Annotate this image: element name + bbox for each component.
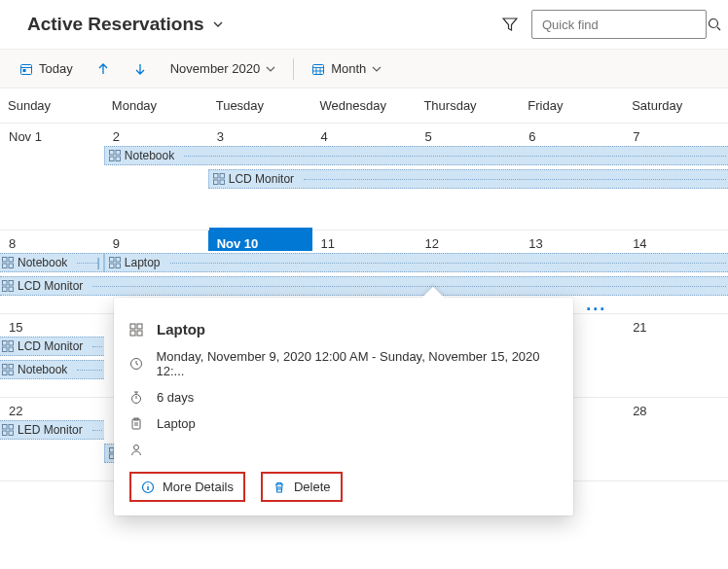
date-cell[interactable]: Nov 10 (208, 231, 312, 251)
chevron-down-icon (266, 64, 275, 74)
prev-button[interactable] (91, 58, 116, 80)
svg-rect-11 (220, 180, 225, 185)
more-details-label: More Details (163, 480, 234, 494)
delete-label: Delete (294, 480, 331, 494)
grid-icon (2, 364, 14, 375)
chevron-down-icon (372, 64, 382, 74)
date-cell[interactable]: 12 (416, 231, 520, 251)
chevron-down-icon (212, 18, 224, 30)
more-details-button[interactable]: More Details (129, 472, 245, 502)
svg-rect-6 (109, 157, 114, 161)
search-box[interactable] (531, 10, 707, 39)
event-bar[interactable]: Laptop (104, 253, 728, 272)
day-header-cell: Sunday (0, 89, 104, 123)
event-bar[interactable]: LCD Monitor (208, 169, 728, 189)
day-header: SundayMondayTuesdayWednesdayThursdayFrid… (0, 89, 728, 124)
svg-rect-21 (9, 281, 14, 286)
event-bar[interactable]: LCD Monitor (0, 276, 728, 296)
event-bar[interactable]: LCD Monitor (0, 337, 104, 356)
date-cell[interactable]: 6 (520, 124, 624, 144)
arrow-up-icon (96, 62, 110, 76)
svg-rect-35 (9, 431, 14, 436)
calendar-grid-icon (311, 62, 325, 76)
day-header-cell: Monday (104, 89, 208, 123)
grid-icon (109, 150, 121, 161)
next-button[interactable] (127, 58, 153, 80)
svg-rect-22 (3, 287, 8, 292)
date-cell[interactable]: 11 (312, 231, 417, 251)
date-cell[interactable]: 8 (0, 231, 104, 251)
svg-rect-25 (9, 341, 14, 346)
date-cell[interactable]: Nov 1 (0, 124, 104, 144)
date-cell[interactable]: 3 (208, 124, 312, 144)
svg-rect-12 (3, 258, 8, 263)
svg-rect-13 (9, 258, 14, 263)
date-cell[interactable]: 13 (520, 231, 624, 251)
date-cell[interactable]: 28 (624, 398, 728, 418)
day-header-cell: Thursday (416, 89, 520, 123)
svg-rect-40 (130, 324, 135, 329)
svg-rect-18 (109, 264, 114, 268)
today-button[interactable]: Today (14, 57, 79, 80)
search-icon[interactable] (708, 18, 721, 31)
view-mode-picker[interactable]: Month (306, 57, 387, 80)
event-label: LCD Monitor (229, 172, 294, 186)
week-row: Nov 1234567NotebookLCD Monitor (0, 124, 728, 231)
date-cell[interactable]: 15 (0, 314, 104, 335)
event-label: Notebook (125, 149, 174, 162)
date-cell[interactable]: 14 (624, 231, 728, 251)
event-label: Notebook (18, 256, 67, 269)
svg-rect-9 (220, 174, 225, 179)
svg-point-0 (710, 19, 718, 28)
svg-rect-14 (3, 264, 8, 268)
month-picker[interactable]: November 2020 (164, 57, 282, 80)
svg-rect-42 (130, 331, 135, 336)
date-cell[interactable]: 5 (416, 124, 520, 144)
svg-rect-41 (137, 324, 142, 329)
svg-rect-43 (137, 331, 142, 336)
event-label: LCD Monitor (18, 279, 83, 293)
event-bar[interactable]: Notebook (0, 360, 104, 379)
view-selector[interactable]: Active Reservations (27, 14, 224, 35)
day-header-cell: Saturday (624, 89, 728, 123)
svg-rect-7 (116, 157, 121, 161)
info-icon (141, 480, 155, 494)
popover-time-row: Monday, November 9, 2020 12:00 AM - Sund… (129, 343, 558, 384)
svg-rect-33 (9, 425, 14, 430)
search-input[interactable] (540, 17, 708, 33)
filter-icon[interactable] (502, 17, 518, 32)
svg-rect-34 (3, 431, 8, 436)
svg-rect-28 (3, 365, 8, 370)
svg-rect-19 (116, 264, 121, 268)
calendar-icon (19, 62, 33, 76)
svg-rect-4 (109, 151, 114, 156)
popover-resource: Laptop (157, 416, 196, 431)
svg-rect-3 (313, 64, 324, 74)
calendar-toolbar: Today November 2020 Month (0, 50, 728, 89)
svg-rect-15 (9, 264, 14, 268)
svg-rect-32 (3, 425, 8, 430)
event-bar[interactable]: LED Monitor (0, 420, 104, 440)
event-bar[interactable]: Notebook| (0, 253, 104, 272)
date-cell[interactable]: 2 (104, 124, 208, 144)
event-bar[interactable]: Notebook (104, 146, 728, 165)
today-label: Today (39, 61, 73, 76)
grid-icon (2, 280, 14, 292)
popover-title-row: Laptop (129, 315, 558, 343)
view-mode-label: Month (331, 61, 366, 76)
date-cell[interactable]: 9 (104, 231, 208, 251)
date-cell[interactable]: 4 (312, 124, 417, 144)
svg-rect-17 (116, 258, 121, 263)
popover-duration: 6 days (157, 390, 194, 405)
date-cell[interactable]: 7 (624, 124, 728, 144)
grid-icon (2, 257, 14, 268)
svg-rect-8 (213, 174, 218, 179)
delete-button[interactable]: Delete (261, 472, 343, 502)
svg-rect-16 (109, 258, 114, 263)
day-header-cell: Friday (520, 89, 624, 123)
date-cell[interactable]: 22 (0, 398, 104, 418)
svg-rect-1 (21, 64, 32, 74)
svg-rect-24 (3, 341, 8, 346)
date-cell[interactable]: 21 (624, 314, 728, 335)
popover-resource-row: Laptop (129, 410, 558, 437)
